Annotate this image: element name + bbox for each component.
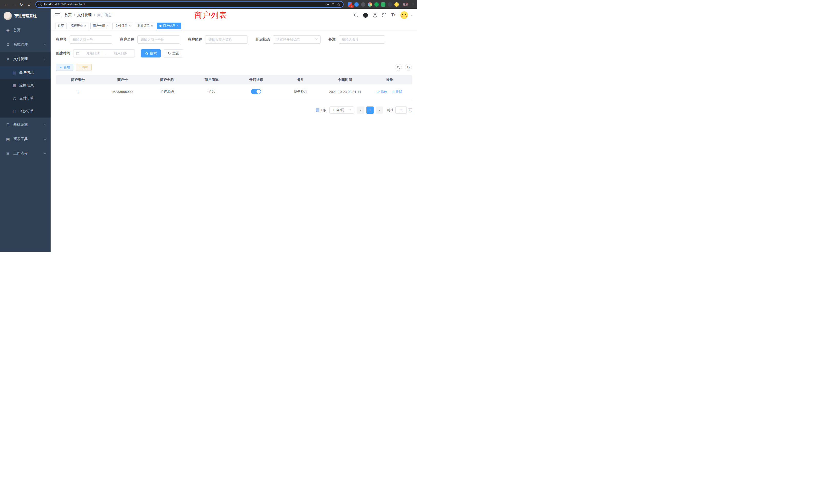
extension-badge: 10 bbox=[350, 5, 354, 8]
add-button[interactable]: ＋ 新增 bbox=[56, 64, 73, 71]
col-merchant-id: 商户编号 bbox=[56, 75, 100, 85]
user-avatar[interactable] bbox=[400, 11, 408, 19]
chevron-down-icon bbox=[44, 43, 46, 46]
sidebar-item-pay-order[interactable]: ◎ 支付订单 bbox=[0, 92, 50, 105]
cell-status bbox=[234, 85, 278, 99]
browser-forward-button[interactable]: → bbox=[10, 1, 17, 8]
sidebar-item-system[interactable]: ⚙ 系统管理 bbox=[0, 38, 50, 52]
target-icon: ◎ bbox=[12, 96, 17, 100]
cell-merchant-id: 1 bbox=[56, 85, 100, 99]
caret-down-icon[interactable] bbox=[411, 15, 413, 16]
col-remark: 备注 bbox=[278, 75, 323, 85]
tab-user-group[interactable]: 用户分组 × bbox=[90, 23, 111, 29]
tab-refund-order[interactable]: 退款订单 × bbox=[135, 23, 156, 29]
address-bar[interactable]: i localhost:1024/pay/merchant ☆ bbox=[36, 1, 344, 8]
sidebar-item-dev-tools[interactable]: ▣ 研发工具 bbox=[0, 132, 50, 146]
status-label: 开启状态 bbox=[256, 37, 273, 42]
browser-back-button[interactable]: ← bbox=[3, 1, 9, 8]
page-size-select[interactable]: 10条/页 bbox=[329, 107, 354, 114]
col-create-time: 创建时间 bbox=[323, 75, 367, 85]
chevron-down-icon bbox=[315, 38, 318, 40]
remark-input[interactable] bbox=[339, 36, 385, 44]
reset-button[interactable]: ↻ 重置 bbox=[164, 49, 183, 58]
breadcrumb: 首页 / 支付管理 / 商户信息 bbox=[64, 13, 112, 18]
extension-icon-4[interactable] bbox=[368, 2, 372, 7]
extension-icon-8[interactable] bbox=[394, 2, 399, 7]
goto-page-input[interactable] bbox=[395, 107, 407, 114]
sidebar-menu: ◉ 首页 ⚙ 系统管理 ¥ 支付管理 ▥ 商户信息 ▦ 应用信息 bbox=[0, 23, 50, 252]
tab-process-form[interactable]: 流程表单 × bbox=[68, 23, 89, 29]
status-select[interactable]: 请选择开启状态 bbox=[273, 36, 321, 44]
extension-icon-1[interactable]: 10 bbox=[348, 2, 352, 7]
github-icon[interactable] bbox=[363, 13, 368, 18]
goto-label: 前往 bbox=[387, 108, 394, 112]
hamburger-icon[interactable] bbox=[55, 13, 60, 17]
browser-home-button[interactable]: ⌂ bbox=[26, 1, 32, 8]
extension-icon-5[interactable] bbox=[374, 2, 379, 7]
delete-link[interactable]: 删除 bbox=[392, 89, 402, 94]
sidebar-item-refund-order[interactable]: ▤ 退款订单 bbox=[0, 105, 50, 117]
chevron-down-icon bbox=[349, 108, 351, 110]
merchant-no-input[interactable] bbox=[70, 36, 112, 44]
tab-home[interactable]: 首页 bbox=[55, 23, 66, 29]
share-icon[interactable] bbox=[331, 3, 335, 6]
page-number-button[interactable]: 1 bbox=[367, 107, 374, 114]
status-toggle[interactable] bbox=[251, 89, 261, 94]
sidebar-item-payment[interactable]: ¥ 支付管理 bbox=[0, 52, 50, 66]
close-icon[interactable]: × bbox=[151, 24, 153, 27]
export-button[interactable]: ↓ 导出 bbox=[76, 64, 92, 71]
search-button[interactable]: 搜索 bbox=[141, 49, 161, 58]
extension-icon-3[interactable] bbox=[361, 2, 366, 7]
pagination: 共 1 条 10条/页 ‹ 1 › 前往 页 bbox=[56, 107, 412, 114]
extension-icon-7[interactable] bbox=[388, 2, 392, 7]
merchant-card-icon: ▥ bbox=[12, 71, 17, 75]
bookmark-star-icon[interactable]: ☆ bbox=[337, 2, 341, 7]
prev-page-button[interactable]: ‹ bbox=[357, 107, 364, 114]
close-icon[interactable]: × bbox=[84, 24, 86, 27]
sidebar-item-infra[interactable]: ⊡ 基础设施 bbox=[0, 117, 50, 132]
extension-icon-2[interactable] bbox=[354, 2, 359, 7]
browser-reload-button[interactable]: ↻ bbox=[18, 1, 25, 8]
tab-merchant-info[interactable]: 商户信息 × bbox=[157, 23, 181, 29]
short-name-input[interactable] bbox=[205, 36, 248, 44]
site-info-icon[interactable]: i bbox=[39, 3, 42, 6]
col-merchant-no: 商户号 bbox=[100, 75, 145, 85]
extension-icon-6[interactable] bbox=[381, 2, 386, 7]
edit-link[interactable]: 修改 bbox=[377, 90, 387, 94]
dashboard-icon: ◉ bbox=[6, 28, 10, 32]
table-toolbar: ＋ 新增 ↓ 导出 ↻ bbox=[56, 64, 412, 71]
cell-remark: 我是备注 bbox=[278, 85, 323, 99]
sidebar-item-app-info[interactable]: ▦ 应用信息 bbox=[0, 79, 50, 92]
merchant-table: 商户编号 商户号 商户全称 商户简称 开启状态 备注 创建时间 操作 1 M23… bbox=[56, 75, 412, 99]
app-logo[interactable]: 芋道管理系统 bbox=[0, 9, 50, 23]
fullscreen-icon[interactable] bbox=[382, 13, 387, 18]
font-size-icon[interactable]: TT bbox=[391, 13, 395, 18]
search-icon[interactable] bbox=[354, 13, 358, 18]
close-icon[interactable]: × bbox=[176, 24, 178, 27]
browser-update-button[interactable]: 更新 bbox=[402, 2, 409, 7]
calendar-icon bbox=[76, 51, 80, 55]
close-icon[interactable]: × bbox=[129, 24, 131, 27]
full-name-input[interactable] bbox=[137, 36, 180, 44]
sidebar: 芋道管理系统 ◉ 首页 ⚙ 系统管理 ¥ 支付管理 ▥ 商户信息 bbox=[0, 9, 50, 252]
create-time-range-picker[interactable]: 开始日期 - 结束日期 bbox=[73, 49, 135, 58]
tab-pay-order[interactable]: 支付订单 × bbox=[112, 23, 133, 29]
password-key-icon[interactable] bbox=[325, 3, 329, 6]
browser-menu-icon[interactable]: ⋮ bbox=[411, 3, 414, 6]
breadcrumb-section[interactable]: 支付管理 bbox=[77, 13, 92, 18]
sidebar-item-merchant-info[interactable]: ▥ 商户信息 bbox=[0, 66, 50, 79]
payment-submenu: ▥ 商户信息 ▦ 应用信息 ◎ 支付订单 ▤ 退款订单 bbox=[0, 66, 50, 117]
page-content: 商户号 商户全称 商户简称 开启状态 请选择开启状态 bbox=[50, 30, 417, 114]
next-page-button[interactable]: › bbox=[376, 107, 383, 114]
sidebar-item-workflow[interactable]: ⊞ 工作流程 bbox=[0, 146, 50, 161]
help-icon[interactable]: ? bbox=[373, 13, 377, 18]
close-icon[interactable]: × bbox=[107, 24, 109, 27]
cell-full-name: 芋道源码 bbox=[145, 85, 189, 99]
refresh-table-button[interactable]: ↻ bbox=[405, 64, 412, 71]
col-actions: 操作 bbox=[368, 75, 412, 85]
breadcrumb-home[interactable]: 首页 bbox=[64, 13, 72, 18]
date-start-placeholder: 开始日期 bbox=[82, 51, 104, 56]
browser-chrome: ← → ↻ ⌂ i localhost:1024/pay/merchant ☆ … bbox=[0, 0, 417, 9]
toggle-search-button[interactable] bbox=[395, 64, 402, 71]
sidebar-item-home[interactable]: ◉ 首页 bbox=[0, 23, 50, 38]
